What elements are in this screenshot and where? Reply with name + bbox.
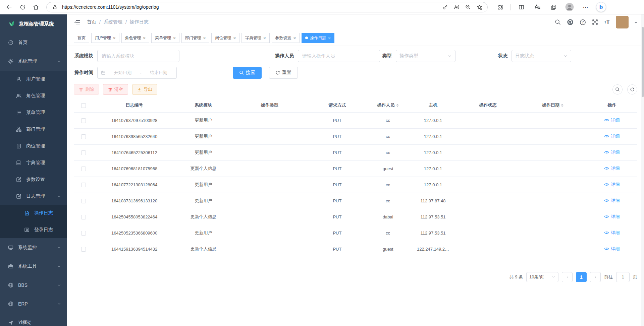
search-toggle-button[interactable] [612,84,623,94]
sidebar-item-日志管理[interactable]: 日志管理 [0,188,67,205]
row-checkbox[interactable] [81,118,86,123]
next-page-button[interactable] [590,272,601,282]
close-icon[interactable]: × [203,36,206,40]
sidebar-item-首页[interactable]: 首页 [0,33,67,52]
close-icon[interactable]: × [173,36,176,40]
tab-操作日志[interactable]: 操作日志× [302,33,334,43]
detail-link[interactable]: 详细 [604,133,620,139]
row-checkbox[interactable] [81,199,86,203]
refresh-table-button[interactable] [627,84,637,94]
close-icon[interactable]: × [293,36,296,40]
sidebar-item-部门管理[interactable]: 部门管理 [0,121,67,138]
refresh-icon[interactable] [17,1,28,13]
sidebar-item-字典管理[interactable]: 字典管理 [0,154,67,171]
sidebar-item-ERP[interactable]: ERP [0,295,67,313]
breadcrumb-system[interactable]: 系统管理 [104,19,122,25]
page-size-select[interactable]: 10条/页 [526,272,558,282]
detail-link[interactable]: 详细 [604,149,620,155]
scrollbar-thumb[interactable] [642,27,644,97]
password-key-icon[interactable] [441,3,449,11]
operator-input[interactable] [298,50,380,62]
sidebar-item-系统管理[interactable]: 系统管理 [0,52,67,71]
help-icon[interactable]: ? [580,19,586,25]
tab-菜单管理[interactable]: 菜单管理× [151,33,179,43]
detail-link[interactable]: 详细 [604,214,620,220]
tab-参数设置[interactable]: 参数设置× [272,33,300,43]
tab-部门管理[interactable]: 部门管理× [181,33,210,43]
breadcrumb-home[interactable]: 首页 [87,19,96,25]
read-aloud-icon[interactable] [452,3,461,11]
sidebar-item-岗位管理[interactable]: 岗位管理 [0,138,67,154]
more-icon[interactable]: ⋯ [580,1,591,13]
detail-link[interactable]: 详细 [604,246,620,252]
goto-page-input[interactable] [616,272,630,282]
page-1-button[interactable]: 1 [576,272,587,282]
row-checkbox[interactable] [81,231,86,236]
user-avatar[interactable] [616,16,629,28]
sidebar-item-登录日志[interactable]: 登录日志 [0,221,67,238]
detail-link[interactable]: 详细 [604,182,620,188]
checkbox[interactable] [81,103,86,108]
extensions-icon[interactable] [494,1,506,13]
row-checkbox[interactable] [81,167,86,171]
search-button[interactable]: 搜索 [233,67,262,79]
url-text[interactable]: https://ccnetcore.com:1101/system/log/op… [62,4,438,10]
module-input[interactable] [97,50,179,62]
sidebar-item-BBS[interactable]: BBS [0,276,67,295]
fullscreen-icon[interactable] [592,19,598,25]
tab-首页[interactable]: 首页 [74,33,89,43]
sidebar-item-角色管理[interactable]: 角色管理 [0,87,67,104]
tab-字典管理[interactable]: 字典管理× [241,33,270,43]
row-checkbox[interactable] [81,215,86,219]
detail-link[interactable]: 详细 [604,117,620,123]
type-select[interactable]: 操作类型 [396,50,455,62]
close-icon[interactable]: × [113,36,116,40]
sidebar-item-操作日志[interactable]: 操作日志 [0,205,67,221]
app-logo[interactable]: 意框架管理系统 [0,14,67,33]
address-bar[interactable]: https://ccnetcore.com:1101/system/log/op… [46,2,488,12]
detail-link[interactable]: 详细 [604,166,620,172]
column-header-操作人员[interactable]: 操作人员 [367,98,409,112]
clear-button[interactable]: 清空 [103,84,128,95]
sort-caret-icon[interactable] [561,104,564,107]
close-icon[interactable]: × [328,36,331,40]
tab-岗位管理[interactable]: 岗位管理× [211,33,239,43]
sidebar-toggle-icon[interactable] [74,19,80,25]
detail-link[interactable]: 详细 [604,198,620,204]
github-icon[interactable] [567,19,574,25]
column-header-操作日期[interactable]: 操作日期 [519,98,587,112]
status-select[interactable]: 日志状态 [512,50,571,62]
date-range-picker[interactable]: 开始日期 - 结束日期 [97,67,177,79]
close-icon[interactable]: × [263,36,266,40]
tab-用户管理[interactable]: 用户管理× [91,33,119,43]
row-checkbox[interactable] [81,183,86,187]
row-checkbox[interactable] [81,134,86,139]
delete-button[interactable]: 删除 [74,84,99,95]
avatar-chevron-down-icon[interactable] [635,22,637,25]
row-checkbox[interactable] [81,247,86,252]
sidebar-item-系统工具[interactable]: 系统工具 [0,257,67,276]
bing-chat-icon[interactable]: b [596,2,606,12]
search-icon[interactable] [555,19,561,25]
favorite-add-icon[interactable] [475,3,483,11]
zoom-out-icon[interactable] [464,3,472,11]
sidebar-item-参数设置[interactable]: 参数设置 [0,171,67,188]
tab-角色管理[interactable]: 角色管理× [121,33,150,43]
sidebar-item-用户管理[interactable]: 用户管理 [0,71,67,87]
export-button[interactable]: 导出 [132,84,157,95]
split-screen-icon[interactable] [516,1,527,13]
reset-button[interactable]: 重置 [269,67,298,79]
font-size-icon[interactable]: TT [604,19,610,25]
sidebar-item-Yi框架[interactable]: Yi框架 [0,313,67,326]
select-all-checkbox[interactable] [74,98,94,112]
lock-icon[interactable] [51,3,59,11]
home-icon[interactable] [30,1,42,13]
profile-icon[interactable] [564,1,575,13]
detail-link[interactable]: 详细 [604,230,620,236]
row-checkbox[interactable] [81,150,86,155]
sidebar-item-菜单管理[interactable]: 菜单管理 [0,104,67,121]
close-icon[interactable]: × [143,36,146,40]
close-icon[interactable]: × [233,36,236,40]
collections-icon[interactable] [548,1,559,13]
sort-caret-icon[interactable] [396,104,399,107]
